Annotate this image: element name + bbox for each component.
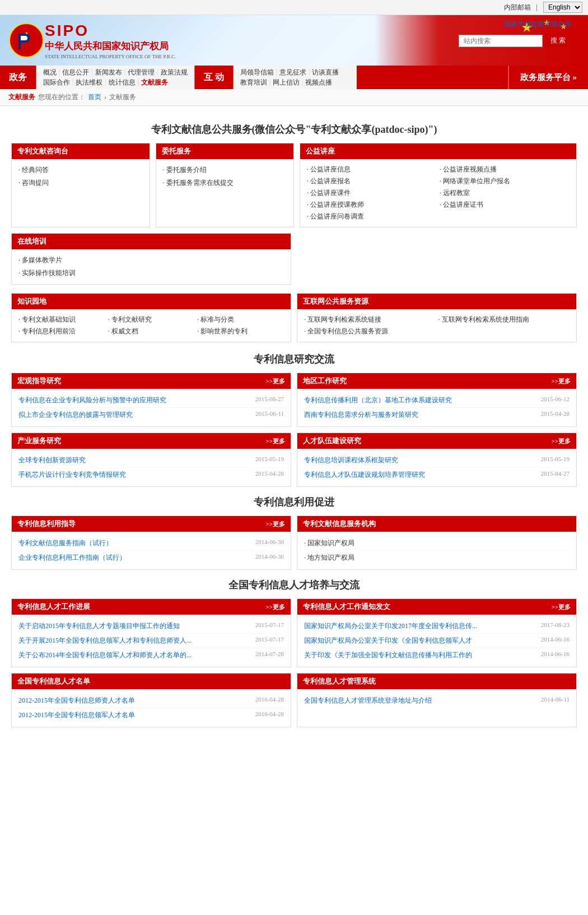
search-input[interactable] bbox=[459, 35, 543, 47]
research-box2-header: 地区工作研究 >>更多 bbox=[297, 373, 576, 389]
nav-daili[interactable]: 代理管理 bbox=[128, 68, 155, 77]
research-box1-more[interactable]: >>更多 bbox=[265, 377, 285, 385]
logo-emblem-icon: ★ bbox=[8, 22, 45, 59]
list-item: · 权威文档 bbox=[108, 326, 195, 337]
nav-bar: 政务 概况| 信息公开| 新闻发布| 代理管理| 政策法规 国际合作| 执法维权… bbox=[0, 66, 588, 89]
search-button[interactable]: 搜 索 bbox=[545, 34, 571, 48]
talent-item: 关于公布2014年全国专利信息领军人才和师资人才名单的... 2014-07-2… bbox=[18, 648, 284, 662]
research-item: 手机芯片设计行业专利竞争情报研究 2015-04-28 bbox=[18, 468, 284, 482]
nav-xinwen[interactable]: 新闻发布 bbox=[95, 68, 122, 77]
research-box4-header: 人才队伍建设研究 >>更多 bbox=[297, 433, 576, 449]
list-item: · 全国专利信息公共服务资源 bbox=[304, 326, 436, 337]
nav-wenxian[interactable]: 文献服务 bbox=[141, 78, 168, 87]
market-link[interactable]: 国家市场监督管理总局 bbox=[504, 20, 571, 29]
commission-item1[interactable]: 委托服务介绍 bbox=[166, 166, 207, 174]
list-item: · 公益讲座授课教师 bbox=[307, 199, 437, 211]
breadcrumb-current: 文献服务 bbox=[109, 92, 136, 102]
item-date: 2015-06-12 bbox=[541, 396, 570, 405]
section4-title: 全国专利信息人才培养与交流 bbox=[11, 578, 577, 592]
item-date: 2014-06-16 bbox=[541, 636, 570, 645]
talent-item: 2012-2015年全国专利信息领军人才名单 2016-04-28 bbox=[18, 708, 284, 722]
research-item: 西南专利信息需求分析与服务对策研究 2015-04-28 bbox=[304, 408, 570, 422]
nav-hudong-label[interactable]: 互 动 bbox=[194, 66, 234, 89]
research-box3-header: 产业服务研究 >>更多 bbox=[12, 433, 291, 449]
patent-use-box1-more[interactable]: >>更多 bbox=[265, 520, 285, 528]
nav-xinxi[interactable]: 信息公开 bbox=[62, 68, 89, 77]
patent-item: 企业专利信息利用工作指南（试行） 2014-06-30 bbox=[18, 551, 284, 565]
separator-icon: | bbox=[536, 3, 538, 12]
talent-box1-more[interactable]: >>更多 bbox=[265, 603, 285, 611]
nav-wangshang[interactable]: 网上信访 bbox=[273, 78, 300, 87]
platform-button[interactable]: 政务服务平台 » bbox=[508, 66, 588, 89]
nav-jiaoyu[interactable]: 教育培训 bbox=[240, 78, 267, 87]
consulting-item1[interactable]: 经典问答 bbox=[22, 166, 49, 174]
box-commission-body: · 委托服务介绍 · 委托服务需求在线提交 bbox=[156, 159, 294, 194]
list-item: · 公益讲座报名 bbox=[307, 175, 437, 187]
section2-title: 专利信息研究交流 bbox=[11, 352, 577, 366]
nav-guoji[interactable]: 国际合作 bbox=[43, 78, 70, 87]
talent-item: 全国专利信息人才管理系统登录地址与介绍 2014-06-11 bbox=[304, 694, 570, 708]
item-date: 2015-04-27 bbox=[541, 470, 570, 480]
item-date: 2014-06-30 bbox=[255, 553, 284, 563]
research-box4-more[interactable]: >>更多 bbox=[551, 437, 571, 445]
box-consulting-header: 专利文献咨询台 bbox=[12, 143, 150, 159]
nav-hudong-row1: 局领导信箱| 意见征求| 访谈直播 bbox=[240, 68, 350, 77]
header-right: 国家市场监督管理总局 搜 索 bbox=[459, 20, 571, 48]
research-grid: 宏观指导研究 >>更多 专利信息在企业专利风险分析与预警中的应用研究 2015-… bbox=[11, 373, 577, 487]
box-consulting: 专利文献咨询台 · 经典问答 · 咨询提问 bbox=[11, 143, 150, 227]
box-lecture-body: · 公益讲座信息 · 公益讲座报名 · 公益讲座课件 · 公益讲座授课教师 · … bbox=[300, 159, 576, 227]
box-lecture: 公益讲座 · 公益讲座信息 · 公益讲座报名 · 公益讲座课件 · 公益讲座授课… bbox=[300, 143, 577, 227]
list-item: · 专利文献研究 bbox=[108, 314, 195, 326]
en-title: STATE INTELLECTUAL PROPERTY OFFICE OF TH… bbox=[45, 54, 176, 59]
research-box2-more[interactable]: >>更多 bbox=[551, 377, 571, 385]
box-knowledge: 知识园地 · 专利文献基础知识 · 专利信息利用前沿 · 专利文献研究 · 权威… bbox=[11, 293, 291, 342]
nav-hudong-links: 局领导信箱| 意见征求| 访谈直播 教育培训| 网上信访| 视频点播 bbox=[234, 66, 357, 89]
research-box3: 产业服务研究 >>更多 全球专利创新资源研究 2015-05-19 手机芯片设计… bbox=[11, 433, 291, 487]
item-date: 2017-08-23 bbox=[541, 621, 570, 631]
list-item: · 标准与分类 bbox=[197, 314, 284, 326]
box-internet: 互联网公共服务资源 · 互联网专利检索系统链接 · 全国专利信息公共服务资源 ·… bbox=[297, 293, 577, 342]
item-date: 2015-08-27 bbox=[255, 396, 284, 405]
talent-box2-header: 专利信息人才工作通知发文 >>更多 bbox=[297, 599, 576, 615]
sipo-title: SIPO bbox=[45, 22, 176, 40]
row2-spacer bbox=[297, 233, 577, 285]
talent-box3-label: 全国专利信息人才名单 bbox=[17, 676, 90, 686]
research-box2: 地区工作研究 >>更多 专利信息传播利用（北京）基地工作体系建设研究 2015-… bbox=[297, 373, 577, 427]
talent-box2-label: 专利信息人才工作通知发文 bbox=[303, 602, 390, 612]
talent-item: 关于启动2015年专利信息人才专题项目申报工作的通知 2015-07-17 bbox=[18, 619, 284, 634]
talent-item: 国家知识产权局办公室关于印发《全国专利信息领军人才 2014-06-16 bbox=[304, 634, 570, 648]
breadcrumb-home[interactable]: 首页 bbox=[88, 92, 101, 102]
breadcrumb-location-label: 您现在的位置： bbox=[38, 92, 85, 102]
nav-yijian[interactable]: 意见征求 bbox=[279, 68, 306, 77]
box-commission-header: 委托服务 bbox=[156, 143, 294, 159]
nav-juling[interactable]: 局领导信箱 bbox=[240, 68, 274, 77]
nav-zhengwu-label[interactable]: 政务 bbox=[0, 66, 36, 89]
main-content: 专利文献信息公共服务(微信公众号"专利文献众享(patdoc-sipo)") 专… bbox=[0, 106, 588, 744]
research-item: 专利信息传播利用（北京）基地工作体系建设研究 2015-06-12 bbox=[304, 393, 570, 408]
nav-shipin[interactable]: 视频点播 bbox=[305, 78, 332, 87]
item-date: 2015-05-19 bbox=[541, 456, 570, 465]
item-date: 2015-06-11 bbox=[255, 410, 284, 420]
research-item: 专利信息人才队伍建设规划培养管理研究 2015-04-27 bbox=[304, 468, 570, 482]
box-knowledge-body: · 专利文献基础知识 · 专利信息利用前沿 · 专利文献研究 · 权威文档 · … bbox=[12, 309, 291, 342]
talent-box2-more[interactable]: >>更多 bbox=[551, 603, 571, 611]
nav-fangtan[interactable]: 访谈直播 bbox=[312, 68, 339, 77]
nav-gaiyuan[interactable]: 概况 bbox=[43, 68, 57, 77]
box-knowledge-header: 知识园地 bbox=[12, 294, 291, 309]
nav-zhengce[interactable]: 政策法规 bbox=[161, 68, 188, 77]
commission-item2[interactable]: 委托服务需求在线提交 bbox=[166, 179, 234, 187]
patent-use-box1-header: 专利信息利用指导 >>更多 bbox=[12, 516, 291, 532]
language-select[interactable]: English bbox=[543, 2, 582, 13]
list-item: · 多媒体教学片 bbox=[18, 254, 284, 267]
list-item: · 公益讲座证书 bbox=[440, 199, 570, 211]
service-row3: 知识园地 · 专利文献基础知识 · 专利信息利用前沿 · 专利文献研究 · 权威… bbox=[11, 293, 577, 342]
consulting-item2[interactable]: 咨询提问 bbox=[22, 179, 49, 187]
nav-row1: 概况| 信息公开| 新闻发布| 代理管理| 政策法规 bbox=[43, 68, 188, 77]
talent-box4-header: 专利信息人才管理系统 bbox=[297, 674, 576, 689]
internal-mail-label: 内部邮箱 bbox=[504, 3, 531, 12]
nav-zhifa[interactable]: 执法维权 bbox=[76, 78, 102, 87]
nav-tongji[interactable]: 统计信息 bbox=[109, 78, 136, 87]
research-box4-body: 专利信息培训课程体系框架研究 2015-05-19 专利信息人才队伍建设规划培养… bbox=[297, 449, 576, 486]
talent-box2-body: 国家知识产权局办公室关于印发2017年度全国专利信息传... 2017-08-2… bbox=[297, 615, 576, 667]
research-box3-more[interactable]: >>更多 bbox=[265, 437, 285, 445]
